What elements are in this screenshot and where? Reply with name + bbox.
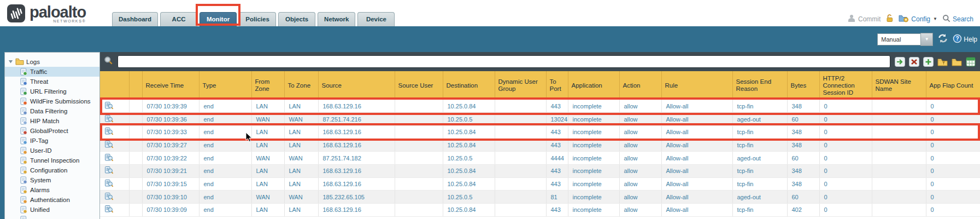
column-header-blank[interactable] [100, 71, 129, 100]
log-cell: tcp-fin [732, 100, 787, 113]
unified-log-icon [20, 206, 27, 214]
sidebar-item-ip-tag[interactable]: IP-Tag [5, 136, 99, 146]
log-cell: 0 [926, 164, 980, 177]
log-detail-icon[interactable] [104, 195, 114, 202]
sidebar-item-unified[interactable]: Unified [5, 205, 99, 215]
log-detail-icon[interactable] [104, 143, 114, 150]
add-filter-icon[interactable] [923, 57, 934, 67]
column-header-destination[interactable]: Destination [443, 71, 495, 100]
help-button[interactable]: ? Help [953, 34, 977, 45]
refresh-icon[interactable] [937, 33, 948, 45]
log-detail-icon[interactable] [104, 105, 114, 111]
log-cell: 0 [926, 125, 980, 139]
column-header-sdwan-site-name[interactable]: SDWAN Site Name [872, 71, 926, 100]
log-cell: 60 [787, 191, 819, 204]
column-header-source[interactable]: Source [318, 71, 395, 100]
commit-button[interactable]: Commit [847, 14, 881, 24]
log-flag-cell [129, 113, 142, 126]
sidebar-item-tunnel-inspection[interactable]: Tunnel Inspection [5, 155, 99, 165]
log-cell: 348 [787, 164, 819, 177]
log-row[interactable]: 07/30 10:39:39endLANLAN168.63.129.1610.2… [100, 100, 980, 113]
sidebar-item-data-filtering[interactable]: Data Filtering [5, 106, 99, 116]
log-cell: 0 [926, 139, 980, 152]
log-cell: WAN [251, 152, 284, 165]
column-header-type[interactable]: Type [199, 71, 251, 100]
tab-dashboard[interactable]: Dashboard [112, 12, 158, 26]
log-detail-icon[interactable] [104, 130, 114, 137]
log-cell: Allow-all [661, 191, 732, 204]
sidebar-item-globalprotect[interactable]: GlobalProtect [5, 126, 99, 136]
system-log-icon [20, 176, 27, 184]
column-header-http-2-connection-session-id[interactable]: HTTP/2 Connection Session ID [819, 71, 872, 100]
search-button[interactable]: Search [942, 14, 973, 24]
sidebar-item-alarms[interactable]: Alarms [5, 185, 99, 195]
sidebar-item-wildfire-submissions[interactable]: WildFire Submissions [5, 96, 99, 106]
brand-name: paloalto [30, 4, 86, 20]
log-cell [495, 204, 546, 217]
log-row[interactable]: 07/30 10:39:09endLANLAN168.63.129.1610.2… [100, 204, 980, 217]
tab-monitor[interactable]: Monitor [199, 12, 237, 26]
log-row[interactable]: 07/30 10:39:10endWANWAN185.232.65.10510.… [100, 191, 980, 204]
log-row[interactable]: 07/30 10:39:27endLANLAN168.63.129.1610.2… [100, 139, 980, 152]
column-header-rule[interactable]: Rule [661, 71, 732, 100]
tab-objects[interactable]: Objects [278, 12, 315, 26]
sidebar-root-logs[interactable]: Logs [5, 53, 99, 67]
sidebar-item-label: Tunnel Inspection [30, 157, 79, 164]
clear-filter-icon[interactable] [909, 57, 919, 67]
log-cell: 07/30 10:39:33 [142, 125, 199, 139]
dropdown-arrow-icon[interactable]: ▼ [920, 33, 933, 46]
sidebar-item-configuration[interactable]: Configuration [5, 165, 99, 175]
log-detail-icon[interactable] [104, 169, 114, 176]
sidebar-item-partial[interactable] [5, 215, 99, 219]
tree-expander-icon[interactable] [8, 59, 13, 65]
column-header-app-flap-count[interactable]: App Flap Count [926, 71, 980, 100]
log-cell: 10.25.0.84 [443, 204, 495, 217]
log-cell: 348 [787, 100, 819, 113]
lock-icon[interactable] [885, 14, 894, 24]
tab-policies[interactable]: Policies [239, 12, 276, 26]
log-detail-icon[interactable] [104, 157, 114, 163]
tab-network[interactable]: Network [318, 12, 355, 26]
log-cell: allow [619, 100, 661, 113]
log-row[interactable]: 07/30 10:39:22endWANWAN87.251.74.18210.2… [100, 152, 980, 165]
save-filter-icon[interactable] [952, 57, 962, 66]
log-cell: Allow-all [661, 125, 732, 139]
sidebar-item-url-filtering[interactable]: URL Filtering [5, 87, 99, 96]
log-cell: Allow-all [661, 100, 732, 113]
filter-query-input[interactable] [118, 55, 890, 68]
sidebar-item-user-id[interactable]: User-ID [5, 146, 99, 155]
log-cell: WAN [251, 191, 284, 204]
column-header-dynamic-user-group[interactable]: Dynamic User Group [495, 71, 546, 100]
apply-filter-icon[interactable] [895, 57, 905, 67]
log-detail-icon[interactable] [104, 182, 114, 189]
log-detail-icon[interactable] [104, 118, 114, 124]
column-header-bytes[interactable]: Bytes [787, 71, 819, 100]
log-row[interactable]: 07/30 10:39:15endLANLAN168.63.129.1610.2… [100, 177, 980, 191]
sidebar-item-threat[interactable]: Threat [5, 77, 99, 87]
sidebar-item-authentication[interactable]: Authentication [5, 195, 99, 205]
load-filter-icon[interactable] [937, 57, 948, 66]
log-row[interactable]: 07/30 10:39:21endLANLAN168.63.129.1610.2… [100, 164, 980, 177]
column-header-to-port[interactable]: To Port [546, 71, 568, 100]
sidebar-item-traffic[interactable]: Traffic [5, 67, 99, 77]
tab-device[interactable]: Device [357, 12, 395, 26]
sidebar-item-system[interactable]: System [5, 175, 99, 185]
sidebar-item-hip-match[interactable]: HIP Match [5, 116, 99, 126]
refresh-interval-select[interactable]: Manual ▼ [877, 33, 933, 46]
log-detail-icon[interactable] [104, 208, 114, 215]
column-header-application[interactable]: Application [568, 71, 619, 100]
column-header-receive-time[interactable]: Receive Time [142, 71, 199, 100]
column-header-to-zone[interactable]: To Zone [284, 71, 318, 100]
column-header-action[interactable]: Action [619, 71, 661, 100]
column-header-from-zone[interactable]: From Zone [251, 71, 284, 100]
log-row[interactable]: 07/30 10:39:36endWANWAN87.251.74.21610.2… [100, 113, 980, 126]
column-header-session-end-reason[interactable]: Session End Reason [732, 71, 787, 100]
log-row[interactable]: 07/30 10:39:33endLANLAN168.63.129.1610.2… [100, 125, 980, 139]
column-header-blank[interactable] [129, 71, 142, 100]
column-header-source-user[interactable]: Source User [395, 71, 443, 100]
config-menu-button[interactable]: Config ▼ [899, 14, 937, 24]
log-flag-cell [129, 152, 142, 165]
tab-acc[interactable]: ACC [160, 12, 197, 26]
partial-log-item-icon [20, 216, 27, 219]
export-to-csv-icon[interactable] [966, 57, 976, 67]
